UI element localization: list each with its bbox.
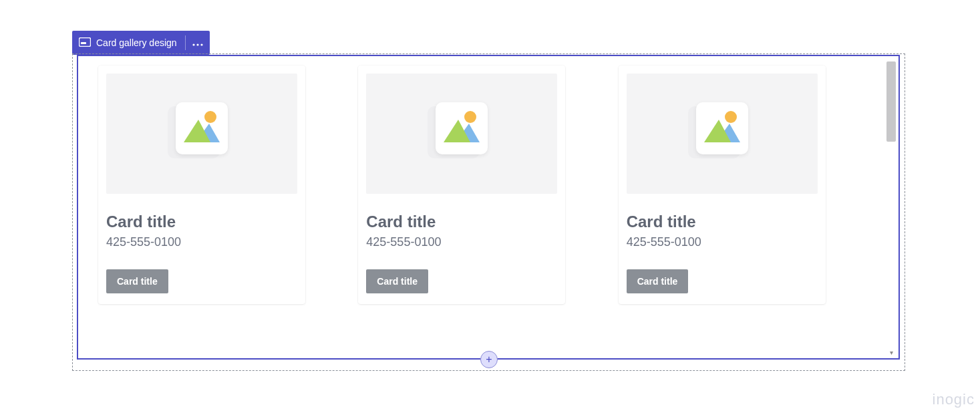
- card-image-placeholder: [106, 74, 297, 194]
- add-row-button[interactable]: +: [480, 351, 498, 368]
- card-button[interactable]: Card title: [366, 269, 428, 293]
- card-gallery-container[interactable]: Card title 425-555-0100 Card title: [77, 55, 900, 360]
- card-button[interactable]: Card title: [106, 269, 168, 293]
- card-subtitle: 425-555-0100: [627, 235, 818, 249]
- card-title: Card title: [106, 213, 297, 231]
- scrollbar-thumb[interactable]: [886, 61, 896, 142]
- gallery-scroll-area: Card title 425-555-0100 Card title: [78, 56, 899, 358]
- selection-label: Card gallery design: [96, 37, 177, 48]
- more-options-button[interactable]: [186, 37, 210, 48]
- svg-point-3: [196, 43, 198, 45]
- svg-point-8: [464, 111, 476, 123]
- svg-point-5: [204, 111, 216, 123]
- card-title: Card title: [627, 213, 818, 231]
- card-image-placeholder: [627, 74, 818, 194]
- card-button[interactable]: Card title: [627, 269, 689, 293]
- vertical-scrollbar[interactable]: ▴ ▾: [886, 61, 896, 354]
- scroll-down-icon[interactable]: ▾: [888, 349, 894, 356]
- image-placeholder-icon: [436, 102, 488, 154]
- card-gallery-icon: [79, 37, 91, 49]
- card-subtitle: 425-555-0100: [106, 235, 297, 249]
- gallery-card[interactable]: Card title 425-555-0100 Card title: [619, 65, 826, 304]
- card-image-placeholder: [366, 74, 557, 194]
- image-placeholder-icon: [696, 102, 748, 154]
- image-placeholder-icon: [176, 102, 228, 154]
- more-icon: [192, 37, 203, 48]
- gallery-card[interactable]: Card title 425-555-0100 Card title: [98, 65, 305, 304]
- gallery-card[interactable]: Card title 425-555-0100 Card title: [358, 65, 565, 304]
- watermark-logo: inogic: [933, 391, 975, 408]
- plus-icon: +: [486, 354, 492, 366]
- card-title: Card title: [366, 213, 557, 231]
- svg-rect-1: [81, 42, 86, 44]
- card-subtitle: 425-555-0100: [366, 235, 557, 249]
- svg-point-4: [200, 43, 202, 45]
- selection-tag-label-area: Card gallery design: [72, 37, 185, 49]
- svg-point-11: [725, 111, 737, 123]
- svg-point-2: [192, 43, 194, 45]
- cards-row: Card title 425-555-0100 Card title: [78, 56, 899, 304]
- selection-tag[interactable]: Card gallery design: [72, 31, 210, 55]
